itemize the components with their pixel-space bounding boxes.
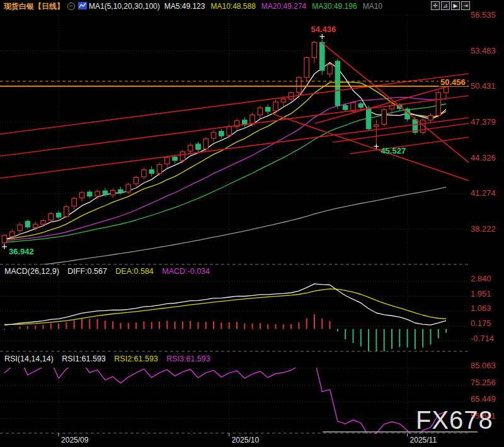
watermark: FX678 [416,406,493,434]
macd-header: MACD(26,12,9) DIFF:0.567 DEA:0.584 MACD:… [4,267,210,277]
rsi1-value: RSI1:61.593 [62,354,106,363]
price-chart-canvas[interactable]: 56.53553.48350.43147.37944.32641.27438.2… [0,0,504,447]
macd-dea-value: DEA:0.584 [115,267,153,276]
axis-label: 65.449 [471,394,496,404]
price-lines [0,81,469,86]
trendlines [0,43,469,181]
axis-label: -0.714 [471,334,494,343]
rsi-title: RSI(14,14,14) [4,354,54,363]
high-annotation: 54.436 [311,25,336,34]
ma-group-label: MA1(5,10,20,30,100) [89,2,160,11]
axis-label: 38.222 [471,224,496,234]
axis-label: 0.175 [471,319,491,328]
current-price-label: 50.456 [440,77,466,87]
ma10-value: MA10:48.588 [210,2,255,11]
collapse-icon[interactable]: − [67,3,75,10]
axis-label: 44.326 [471,153,496,162]
ma20-value: MA20:49.274 [261,2,306,11]
title-bar: 现货白银【日线】 − MA1(5,10,20,30,100) MA5:49.12… [0,0,504,13]
exit-right-icon[interactable]: ⇥ [461,1,470,10]
low-annotation: 45.527 [381,146,406,156]
line-chart-icon [78,2,87,11]
gridlines [0,15,469,436]
axis-label: 50.431 [471,81,496,91]
ma100-label: MA10 [363,2,382,11]
axis-label: 1.951 [471,289,491,298]
axis-label: 1.063 [471,303,491,313]
axis-label: 75.256 [471,378,496,387]
x-axis-label: 2025/10 [232,436,259,444]
axis-label: 41.274 [471,188,496,198]
axis-label: 47.379 [471,117,496,127]
rsi-panel [4,358,446,438]
window-icon-group: ✛ ⊿ ▶ ⇥ [431,1,470,10]
x-axis-label: 2025/11 [410,436,437,444]
axis-labels: 56.53553.48350.43147.37944.32641.27438.2… [471,10,496,421]
ma-lines [4,62,446,269]
move-icon[interactable]: ✛ [431,1,440,10]
rsi-header: RSI(14,14,14) RSI1:61.593 RSI2:61.593 RS… [4,354,210,365]
axis-range-icon[interactable]: ⊿ [441,1,450,10]
rsi3-value: RSI3:61.593 [166,354,210,363]
ma5-value: MA5:49.123 [164,2,205,11]
axis-label: 85.063 [471,361,496,370]
trading-chart-window: 56.53553.48350.43147.37944.32641.27438.2… [0,0,504,447]
rsi2-value: RSI2:61.593 [114,354,158,363]
candles-layer [2,40,449,244]
play-chart-icon[interactable]: ▶ [451,1,460,10]
x-axis-label: 2025/09 [61,436,88,444]
macd-diff-value: DIFF:0.567 [67,267,107,276]
axis-label: 2.840 [471,274,491,283]
low-annotation: 36.942 [9,247,34,256]
axis-label: 53.483 [471,46,496,55]
symbol-title: 现货白银【日线】 [4,1,64,12]
macd-hist-value: MACD:-0.034 [162,267,210,276]
ma30-value: MA30:49.196 [312,2,357,11]
macd-title: MACD(26,12,9) [4,267,59,276]
